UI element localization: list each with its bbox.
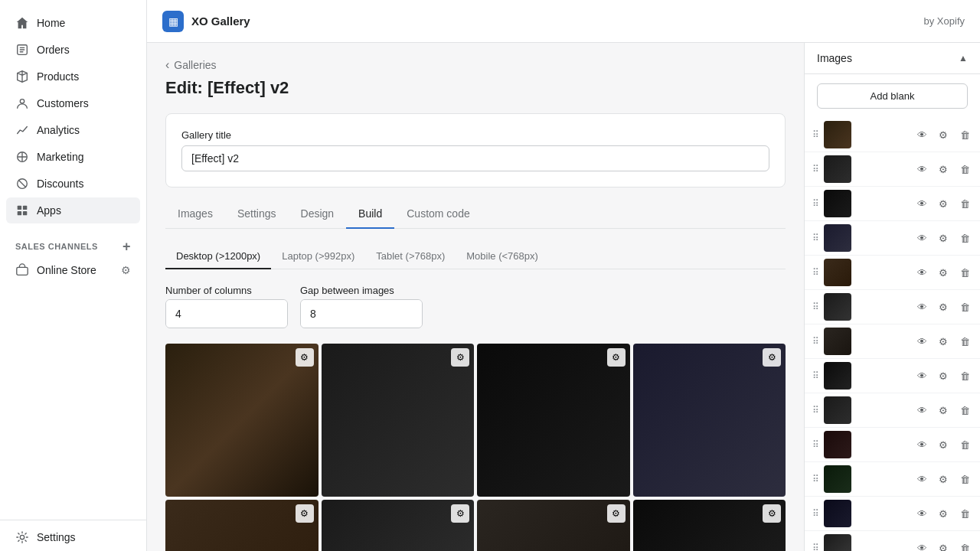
sidebar-settings: Settings: [0, 520, 146, 551]
panel-delete-icon-8[interactable]: 🗑: [956, 367, 974, 385]
grid-image-1-gear[interactable]: ⚙: [296, 348, 314, 367]
sidebar-item-products[interactable]: Products: [6, 64, 140, 90]
sidebar-item-apps[interactable]: Apps: [6, 197, 140, 223]
drag-handle-2[interactable]: ⠿: [811, 162, 821, 176]
grid-image-3[interactable]: ⚙: [477, 344, 630, 497]
add-sales-channel-icon[interactable]: +: [122, 240, 131, 253]
subtab-desktop[interactable]: Desktop (>1200px): [165, 244, 271, 269]
add-blank-button[interactable]: Add blank: [817, 83, 968, 109]
panel-thumb-10: [824, 431, 851, 458]
grid-image-7[interactable]: ⚙: [477, 500, 630, 552]
panel-gear-icon-5[interactable]: ⚙: [934, 263, 952, 282]
panel-gear-icon-6[interactable]: ⚙: [934, 298, 952, 316]
panel-eye-icon-5[interactable]: 👁: [913, 263, 931, 282]
drag-handle-4[interactable]: ⠿: [811, 231, 821, 245]
grid-image-5-gear[interactable]: ⚙: [296, 504, 314, 523]
panel-gear-icon-7[interactable]: ⚙: [934, 332, 952, 350]
grid-image-4-gear[interactable]: ⚙: [763, 348, 781, 367]
sidebar-item-customers[interactable]: Customers: [6, 90, 140, 116]
panel-eye-icon-13[interactable]: 👁: [913, 539, 931, 551]
breadcrumb[interactable]: ‹ Galleries: [165, 58, 786, 72]
gallery-title-input[interactable]: [181, 145, 769, 171]
drag-handle-8[interactable]: ⠿: [811, 369, 821, 383]
panel-gear-icon-2[interactable]: ⚙: [934, 160, 952, 178]
drag-handle-5[interactable]: ⠿: [811, 266, 821, 279]
tab-build[interactable]: Build: [346, 200, 394, 229]
panel-eye-icon-11[interactable]: 👁: [913, 470, 931, 488]
grid-image-6[interactable]: ⚙: [322, 500, 475, 552]
panel-eye-icon-9[interactable]: 👁: [913, 401, 931, 419]
drag-handle-9[interactable]: ⠿: [811, 403, 821, 417]
panel-delete-icon-7[interactable]: 🗑: [956, 332, 974, 350]
panel-gear-icon-11[interactable]: ⚙: [934, 470, 952, 488]
panel-eye-icon-7[interactable]: 👁: [913, 332, 931, 350]
panel-delete-icon-2[interactable]: 🗑: [956, 160, 974, 178]
grid-image-1[interactable]: ⚙: [165, 344, 318, 497]
panel-eye-icon-3[interactable]: 👁: [913, 194, 931, 213]
columns-input[interactable]: [166, 300, 288, 328]
subtab-mobile[interactable]: Mobile (<768px): [456, 244, 549, 269]
panel-gear-icon-13[interactable]: ⚙: [934, 539, 952, 551]
panel-gear-icon-8[interactable]: ⚙: [934, 367, 952, 385]
sidebar-item-settings[interactable]: Settings: [6, 524, 140, 550]
panel-eye-icon-6[interactable]: 👁: [913, 298, 931, 316]
panel-eye-icon-2[interactable]: 👁: [913, 160, 931, 178]
panel-delete-icon-5[interactable]: 🗑: [956, 263, 974, 282]
panel-eye-icon-10[interactable]: 👁: [913, 435, 931, 454]
grid-image-2[interactable]: ⚙: [322, 344, 475, 497]
grid-image-7-gear[interactable]: ⚙: [607, 504, 626, 523]
grid-image-8-gear[interactable]: ⚙: [763, 504, 781, 523]
tab-images[interactable]: Images: [165, 200, 225, 229]
panel-gear-icon-3[interactable]: ⚙: [934, 194, 952, 213]
sidebar-item-discounts[interactable]: Discounts: [6, 171, 140, 197]
tab-settings[interactable]: Settings: [225, 200, 289, 229]
drag-handle-6[interactable]: ⠿: [811, 300, 821, 314]
panel-chevron-icon[interactable]: ▲: [959, 53, 968, 64]
sidebar-item-online-store[interactable]: Online Store ⚙: [6, 257, 140, 283]
grid-image-8[interactable]: ⚙: [633, 500, 786, 552]
sidebar-item-marketing[interactable]: Marketing: [6, 144, 140, 170]
columns-label: Number of columns: [165, 285, 288, 296]
panel-eye-icon-1[interactable]: 👁: [913, 126, 931, 144]
grid-image-6-gear[interactable]: ⚙: [451, 504, 469, 523]
panel-delete-icon-10[interactable]: 🗑: [956, 435, 974, 454]
breadcrumb-link[interactable]: Galleries: [174, 59, 216, 71]
drag-handle-7[interactable]: ⠿: [811, 334, 821, 348]
panel-eye-icon-4[interactable]: 👁: [913, 229, 931, 247]
panel-gear-icon-1[interactable]: ⚙: [934, 126, 952, 144]
drag-handle-11[interactable]: ⠿: [811, 472, 821, 486]
grid-image-4[interactable]: ⚙: [633, 344, 786, 497]
tab-custom-code[interactable]: Custom code: [394, 200, 482, 229]
drag-handle-12[interactable]: ⠿: [811, 507, 821, 520]
grid-image-3-gear[interactable]: ⚙: [607, 348, 626, 367]
grid-image-2-gear[interactable]: ⚙: [451, 348, 469, 367]
panel-gear-icon-4[interactable]: ⚙: [934, 229, 952, 247]
panel-eye-icon-8[interactable]: 👁: [913, 367, 931, 385]
grid-image-5[interactable]: ⚙: [165, 500, 318, 552]
drag-handle-13[interactable]: ⠿: [811, 541, 821, 551]
subtab-laptop[interactable]: Laptop (>992px): [271, 244, 365, 269]
panel-delete-icon-4[interactable]: 🗑: [956, 229, 974, 247]
panel-delete-icon-6[interactable]: 🗑: [956, 298, 974, 316]
panel-eye-icon-12[interactable]: 👁: [913, 504, 931, 523]
image-grid: ⚙ ⚙ ⚙ ⚙ ⚙ ⚙ ⚙: [165, 344, 786, 551]
panel-delete-icon-3[interactable]: 🗑: [956, 194, 974, 213]
tab-design[interactable]: Design: [289, 200, 347, 229]
sidebar-item-home[interactable]: Home: [6, 10, 140, 36]
panel-delete-icon-9[interactable]: 🗑: [956, 401, 974, 419]
panel-gear-icon-9[interactable]: ⚙: [934, 401, 952, 419]
drag-handle-1[interactable]: ⠿: [811, 128, 821, 142]
panel-delete-icon-13[interactable]: 🗑: [956, 539, 974, 551]
gap-input[interactable]: [301, 300, 423, 328]
panel-gear-icon-12[interactable]: ⚙: [934, 504, 952, 523]
sidebar-item-analytics[interactable]: Analytics: [6, 117, 140, 143]
drag-handle-10[interactable]: ⠿: [811, 438, 821, 452]
panel-delete-icon-1[interactable]: 🗑: [956, 126, 974, 144]
subtab-tablet[interactable]: Tablet (>768px): [365, 244, 456, 269]
drag-handle-3[interactable]: ⠿: [811, 197, 821, 210]
panel-gear-icon-10[interactable]: ⚙: [934, 435, 952, 454]
sidebar-item-orders[interactable]: Orders: [6, 37, 140, 63]
panel-delete-icon-11[interactable]: 🗑: [956, 470, 974, 488]
online-store-settings-icon[interactable]: ⚙: [121, 264, 131, 276]
panel-delete-icon-12[interactable]: 🗑: [956, 504, 974, 523]
